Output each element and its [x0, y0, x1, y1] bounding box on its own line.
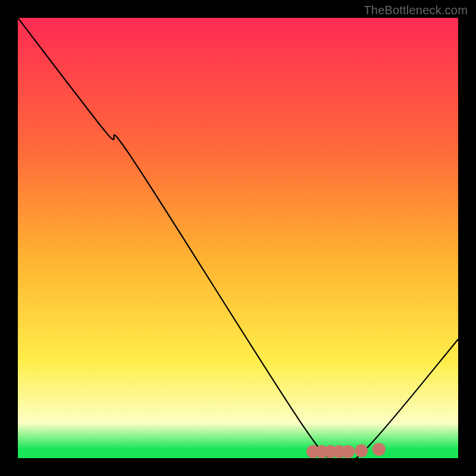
bottleneck-chart [18, 18, 458, 458]
dot-outlier [372, 443, 386, 456]
dot-cluster-5 [342, 445, 355, 458]
gradient-bg [18, 18, 458, 458]
plot-frame [18, 18, 458, 458]
dot-cluster-6 [355, 444, 368, 457]
watermark-text: TheBottleneck.com [364, 4, 468, 17]
stage: TheBottleneck.com [0, 0, 476, 476]
